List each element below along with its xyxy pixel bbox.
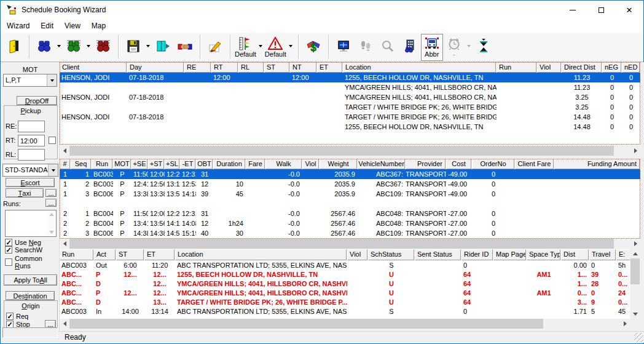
scroll-right-arrow[interactable] — [630, 239, 640, 249]
escort-button[interactable]: Escort — [6, 178, 55, 187]
column-header-client[interactable]: Client — [60, 62, 127, 73]
column-header-map-page[interactable]: Map Page — [493, 249, 526, 260]
scroll-right-arrow[interactable] — [630, 146, 640, 156]
column-header-rt[interactable]: RT — [211, 62, 238, 73]
req-checkbox[interactable]: ✓ — [6, 313, 14, 320]
column-header-orderno[interactable]: OrderNo — [472, 159, 514, 169]
column-header-space-type[interactable]: Space Type — [527, 249, 560, 260]
table-row[interactable]: YMCA/GREEN HILLS; 4041, HILLSBORO CR, NA… — [60, 82, 640, 92]
violations-default-dropdown[interactable] — [287, 34, 294, 58]
rl-field[interactable] — [18, 149, 45, 161]
scroll-up-arrow[interactable] — [630, 249, 640, 258]
column-header-fare[interactable]: Fare — [246, 159, 265, 169]
column-header-run[interactable]: Run — [92, 159, 112, 169]
itinerary-screen-button[interactable] — [332, 34, 355, 58]
destination-button[interactable]: Destination — [6, 291, 55, 300]
column-header-client-fare[interactable]: Client Fare — [515, 159, 554, 169]
column-header--st[interactable]: +ST — [148, 159, 164, 169]
column-header-viol[interactable]: Viol — [537, 62, 561, 73]
taxi-button[interactable]: Taxi — [6, 188, 44, 198]
titlebar[interactable]: Schedule Booking Wizard ✕ — [1, 1, 643, 19]
runs-listbox-scrollbar[interactable] — [47, 211, 55, 236]
menu-edit[interactable]: Edit — [35, 20, 59, 32]
column-header-st[interactable]: ST — [264, 62, 289, 73]
column-header-re[interactable]: RE — [184, 62, 211, 73]
edit-trip-button[interactable] — [204, 34, 226, 58]
scrollbar-thumb[interactable] — [69, 319, 543, 329]
timer-button[interactable]: - — [443, 34, 465, 61]
rt-field[interactable] — [18, 135, 45, 146]
column-header-rider-id[interactable]: Rider ID — [461, 249, 493, 260]
column-header--[interactable]: # — [60, 159, 70, 169]
table-row[interactable]: 23BC006P14:3814:3814:5315:194030-0.02567… — [60, 228, 640, 238]
menu-wizard[interactable]: Wizard — [1, 20, 35, 32]
apply-to-all-button[interactable]: Apply To All — [4, 274, 57, 286]
column-header-run[interactable]: Run — [60, 249, 93, 260]
column-header-dist[interactable]: Dist — [561, 249, 589, 260]
minimize-button[interactable] — [559, 1, 587, 19]
use-neg-checkbox-row[interactable]: ✓ Use Neg — [5, 239, 41, 246]
runs-listbox[interactable] — [5, 210, 57, 237]
column-header-et[interactable]: ET — [317, 62, 342, 73]
column-header-walk[interactable]: Walk — [265, 159, 302, 169]
menu-map[interactable]: Map — [86, 20, 111, 32]
itinerary-grid-hscrollbar[interactable] — [60, 319, 630, 329]
column-header-provider[interactable]: Provider — [406, 159, 446, 169]
violations-default-button[interactable]: Default — [264, 34, 287, 61]
column-header-viol[interactable]: Viol — [347, 249, 367, 260]
save-dropdown[interactable] — [144, 34, 152, 58]
table-row[interactable]: ABC...P12...12...YMCA/GREEN HILLS; 4041,… — [60, 288, 640, 297]
column-header-duration[interactable]: Duration — [213, 159, 245, 169]
searchw-checkbox-row[interactable]: ✓ SearchW — [5, 246, 42, 254]
table-row[interactable]: TARGET / WHITE BRIDGE PK; 26, WHITE BRID… — [60, 102, 640, 112]
close-button[interactable]: ✕ — [615, 1, 643, 19]
scroll-left-arrow[interactable] — [60, 146, 69, 156]
column-header-act[interactable]: Act — [94, 249, 116, 260]
scrollbar-track[interactable] — [69, 319, 620, 329]
pickup-tab[interactable]: Pickup — [4, 107, 57, 114]
column-header-location[interactable]: Location — [175, 249, 347, 260]
column-header-schstatus[interactable]: SchStatus — [368, 249, 414, 260]
column-header-cost[interactable]: Cost — [446, 159, 471, 169]
scroll-left-arrow[interactable] — [60, 239, 69, 249]
service-type-combobox[interactable]: STD-STANDA — [2, 164, 58, 177]
table-row[interactable]: ABC003In14:0013:14ABC TRANSPORTATION LTD… — [60, 306, 640, 316]
re-field[interactable] — [18, 121, 45, 132]
solution-grid-hscrollbar[interactable] — [60, 239, 640, 249]
table-row[interactable]: 22BC004P13:4113:5614:1114:08121h24-0.025… — [60, 218, 640, 228]
chevron-down-icon[interactable] — [47, 74, 57, 86]
table-row[interactable]: ABC...D12...YMCA/GREEN HILLS; 4041, HILL… — [60, 279, 640, 288]
split-view-button[interactable] — [152, 34, 174, 58]
save-button[interactable] — [122, 34, 144, 58]
column-header-mot[interactable]: MOT — [113, 159, 131, 169]
req-checkbox-row[interactable]: ✓ Req — [6, 313, 28, 320]
table-row[interactable]: HENSON, JODI07-18-2018YMCA/GREEN HILLS; … — [60, 92, 640, 102]
find-client-button[interactable] — [33, 34, 55, 58]
vehicle-abbr-button[interactable]: Abbr — [421, 34, 443, 61]
table-row[interactable]: ABC...P12...12...1255, BEECH HOLLOW DR, … — [60, 270, 640, 279]
scrollbar-thumb[interactable] — [69, 239, 614, 249]
wait-hourglass-button[interactable] — [473, 34, 495, 58]
column-header-viol[interactable]: Viol — [302, 159, 319, 169]
table-row[interactable]: ABC003Out6:0011:20ABC TRANSPORTATION LTD… — [60, 260, 640, 270]
exit-button[interactable] — [3, 34, 25, 58]
column-header-nt[interactable]: NT — [290, 62, 316, 73]
column-header-et[interactable]: ET — [144, 249, 175, 260]
scroll-right-arrow[interactable] — [620, 319, 630, 329]
taxi-more-button[interactable]: ... — [45, 189, 57, 197]
table-row[interactable] — [60, 199, 640, 209]
fare-button[interactable]: $ — [302, 34, 324, 58]
scroll-down-arrow[interactable] — [630, 310, 640, 319]
itinerary-grid-vscrollbar[interactable] — [630, 249, 640, 319]
column-header-vehiclenumber[interactable]: VehicleNumber — [358, 159, 405, 169]
find-run-dropdown[interactable] — [85, 34, 92, 58]
resize-grip[interactable] — [634, 333, 643, 342]
zoom-button[interactable] — [377, 34, 399, 58]
column-header-sent-status[interactable]: Sent Status — [415, 249, 461, 260]
runs-more-button[interactable]: ... — [45, 199, 57, 207]
column-header-funding-amount[interactable]: Funding Amount — [554, 159, 640, 169]
column-header-weight[interactable]: Weight — [320, 159, 357, 169]
table-row[interactable]: ABC...D13...TARGET / WHITE BRIDGE PK; 26… — [60, 297, 640, 306]
scrollbar-thumb[interactable] — [69, 146, 614, 156]
negotiate-button[interactable] — [174, 34, 196, 58]
